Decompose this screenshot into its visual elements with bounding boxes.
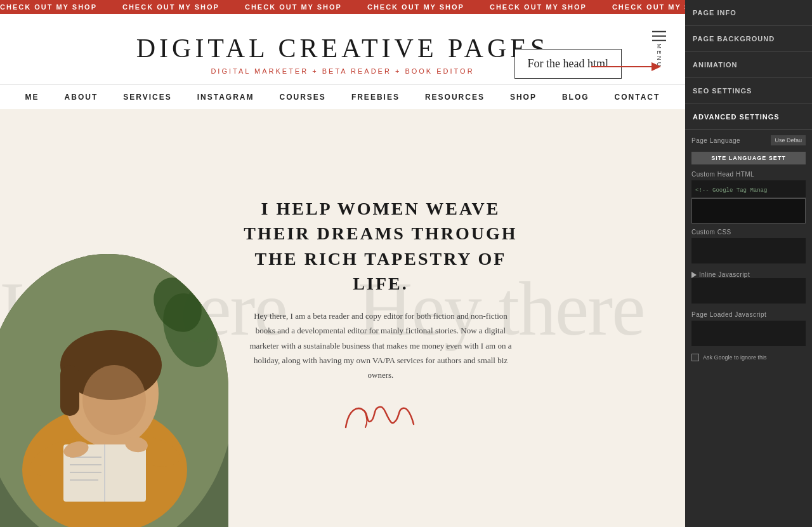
marquee-item: CHECK OUT MY SHOP <box>122 3 219 11</box>
marquee-item: CHECK OUT MY SHOP <box>612 3 685 11</box>
nav-item-me[interactable]: ME <box>25 93 39 102</box>
nav-item-contact[interactable]: CONTACT <box>615 93 660 102</box>
nav-item-blog[interactable]: BLOG <box>562 93 589 102</box>
nav-item-services[interactable]: SERVICES <box>123 93 171 102</box>
page-loaded-js-label: Page Loaded Javascript <box>691 311 806 318</box>
panel-section-page-info: PAGE INFO <box>685 0 812 26</box>
inline-js-toggle[interactable] <box>691 272 697 278</box>
panel-btn-page-bg[interactable]: PAGE BACKGROUND <box>693 31 804 46</box>
tooltip-box: For the head html <box>514 49 622 79</box>
main-nav: ME ABOUT SERVICES INSTAGRAM COURSES FREE… <box>0 84 685 109</box>
ask-google-row: Ask Google to ignore this <box>691 354 806 361</box>
inline-js-row: Inline Javascript <box>691 271 806 278</box>
custom-head-html-editor[interactable] <box>691 198 806 223</box>
hero-headline: I HELP WOMEN WEAVETHEIR DREAMS THROUGHTH… <box>244 196 517 296</box>
panel-btn-page-info[interactable]: PAGE INFO <box>693 5 804 20</box>
custom-head-html-label: Custom Head HTML <box>691 171 806 178</box>
menu-label: MENU <box>656 43 662 68</box>
panel-btn-advanced[interactable]: ADVANCED SETTINGS <box>693 109 804 124</box>
marquee-item: CHECK OUT MY SHOP <box>245 3 342 11</box>
inline-js-label: Inline Javascript <box>699 271 750 278</box>
menu-line <box>652 35 666 36</box>
panel-btn-animation[interactable]: ANIMATION <box>693 57 804 72</box>
menu-line <box>652 39 666 41</box>
custom-css-textarea[interactable] <box>691 238 806 264</box>
menu-line <box>652 30 666 32</box>
panel-section-animation: ANIMATION <box>685 52 812 78</box>
main-content: CHECK OUT MY SHOP CHECK OUT MY SHOP CHEC… <box>0 0 685 527</box>
inline-js-textarea[interactable] <box>691 278 806 304</box>
hero-image-inner <box>0 254 228 527</box>
panel-btn-seo[interactable]: SEO SETTINGS <box>693 83 804 98</box>
panel-section-advanced: ADVANCED SETTINGS <box>685 104 812 130</box>
marquee-bar: CHECK OUT MY SHOP CHECK OUT MY SHOP CHEC… <box>0 0 685 14</box>
menu-icon[interactable]: MENU <box>652 30 666 68</box>
menu-lines-icon <box>652 30 666 41</box>
nav-item-about[interactable]: ABOUT <box>65 93 98 102</box>
marquee-item: CHECK OUT MY SHOP <box>490 3 587 11</box>
site-language-button[interactable]: SITE LANGUAGE SETT <box>691 152 806 164</box>
marquee-item: CHECK OUT MY SHOP <box>0 3 97 11</box>
custom-head-html-comment: <!-- Google Tag Manag <box>691 180 806 197</box>
ask-google-label: Ask Google to ignore this <box>703 354 767 361</box>
panel-section-page-bg: PAGE BACKGROUND <box>685 26 812 52</box>
page-language-label: Page Language <box>691 137 740 144</box>
page-loaded-js-textarea[interactable] <box>691 321 806 346</box>
nav-item-freebies[interactable]: FREEBIES <box>351 93 400 102</box>
ask-google-checkbox[interactable] <box>691 354 699 361</box>
marquee-item: CHECK OUT MY SHOP <box>367 3 464 11</box>
nav-item-resources[interactable]: RESOURCES <box>425 93 485 102</box>
advanced-settings-content: Page Language Use Defau SITE LANGUAGE SE… <box>685 130 812 527</box>
page-language-row: Page Language Use Defau <box>691 135 806 145</box>
signature <box>336 396 425 440</box>
svg-rect-9 <box>60 365 79 416</box>
hero-body: Hey there, I am a beta reader and copy e… <box>247 309 514 383</box>
nav-item-shop[interactable]: SHOP <box>510 93 537 102</box>
head-html-comment-text: <!-- Google Tag Manag <box>695 187 767 194</box>
hero-text: I HELP WOMEN WEAVETHEIR DREAMS THROUGHTH… <box>244 196 517 440</box>
person-reading-illustration <box>0 254 228 527</box>
marquee-inner: CHECK OUT MY SHOP CHECK OUT MY SHOP CHEC… <box>0 3 685 11</box>
tooltip-text: For the head html <box>528 57 608 70</box>
header: DIGITAL CREATIVE PAGES DIGITAL MARKETER … <box>0 14 685 84</box>
right-panel: PAGE INFO PAGE BACKGROUND ANIMATION SEO … <box>685 0 812 527</box>
svg-point-10 <box>82 365 146 435</box>
nav-item-instagram[interactable]: INSTAGRAM <box>197 93 254 102</box>
hero-section: Hey there Hey there Hey there <box>0 109 685 527</box>
panel-section-seo: SEO SETTINGS <box>685 78 812 104</box>
page-language-value[interactable]: Use Defau <box>771 135 806 145</box>
hero-image <box>0 254 228 527</box>
custom-css-label: Custom CSS <box>691 229 806 236</box>
nav-item-courses[interactable]: COURSES <box>280 93 326 102</box>
